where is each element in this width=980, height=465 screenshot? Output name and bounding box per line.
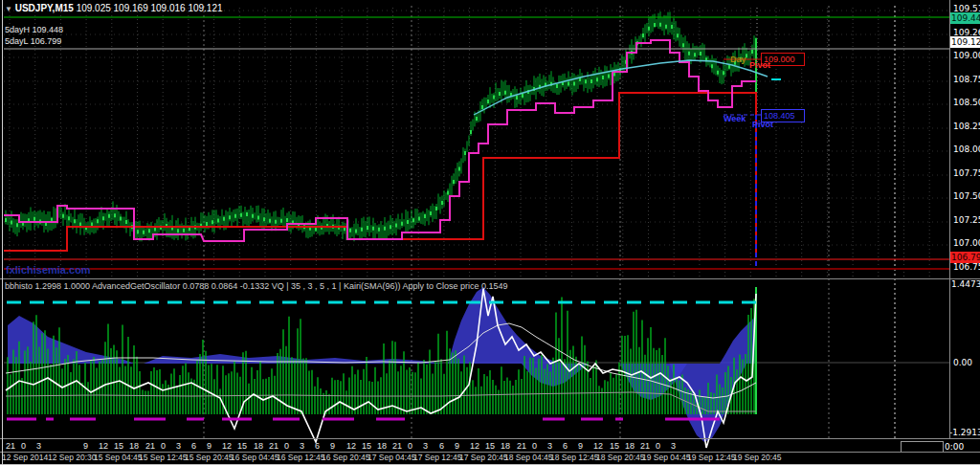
date-tick: 19 Sep 12:45 <box>687 453 736 462</box>
week-pivot-caption: Pivot <box>752 120 773 129</box>
date-tick: 12 Sep 20:30 <box>48 453 97 462</box>
date-tick: 15 Sep 12:45 <box>139 453 188 462</box>
hour-tick: 3 <box>671 441 676 451</box>
price-axis[interactable]: 109.510109.260109.005108.755108.505108.2… <box>950 0 980 438</box>
watermark: fxlichisemia.com <box>6 264 91 276</box>
hour-tick: 0 <box>532 441 537 451</box>
symbol-title: USDJPY,M15 <box>15 3 74 13</box>
axis-separator-mid <box>0 452 980 453</box>
price-tick: 108.755 <box>953 75 980 84</box>
price-tick: 107.000 <box>953 238 980 248</box>
date-tick: 18 Sep 12:45 <box>550 453 599 462</box>
hour-tick: 15 <box>610 441 619 451</box>
date-tick: 16 Sep 04:45 <box>231 453 279 462</box>
axis-separator-top <box>0 438 980 439</box>
date-tick: 17 Sep 12:45 <box>413 453 462 462</box>
hour-tick: 15 <box>362 441 371 451</box>
price-tick: 107.750 <box>953 168 980 178</box>
hour-tick: 9 <box>455 441 459 451</box>
hour-tick: 18 <box>129 441 139 451</box>
hour-tick: 12 <box>99 441 108 451</box>
hour-tick: 3 <box>423 441 428 451</box>
price-tick: 108.255 <box>953 122 980 131</box>
red-step-line <box>4 93 756 256</box>
hour-tick: 3 <box>36 441 41 451</box>
hour-tick: 18 <box>501 441 510 451</box>
hour-tick: 21 <box>269 441 278 451</box>
mt4-chart-window[interactable]: ▼ USDJPY,M15 109.025 109.169 109.016 109… <box>0 0 980 465</box>
date-tick: 16 Sep 12:45 <box>277 453 325 462</box>
price-tick: 109.005 <box>953 51 980 60</box>
date-tick: 19 Sep 04:45 <box>642 453 691 462</box>
hour-tick: 6 <box>563 441 568 451</box>
hour-tick: 12 <box>470 441 479 451</box>
price-tick: 107.500 <box>953 191 980 201</box>
green-histogram <box>8 297 754 414</box>
date-tick: 17 Sep 20:45 <box>459 453 508 462</box>
hour-tick: 0 <box>656 441 660 451</box>
hour-tick: 12 <box>593 441 603 451</box>
hour-tick: 9 <box>330 441 335 451</box>
date-tick: 18 Sep 04:45 <box>504 453 553 462</box>
price-tick: 108.505 <box>953 98 980 107</box>
hour-tick: 15 <box>114 441 123 451</box>
hour-tick: 12 <box>346 441 356 451</box>
hour-tick: 0 <box>21 441 26 451</box>
day-pivot-caption: Pivot <box>749 60 770 70</box>
date-tick: 19 Sep 20:45 <box>733 453 782 462</box>
symbol-dropdown-icon[interactable]: ▼ <box>5 5 12 13</box>
hour-tick: 0 <box>408 441 412 451</box>
hour-tick: 21 <box>640 441 650 451</box>
hour-tick: 21 <box>6 441 15 451</box>
hour-tick: 6 <box>191 441 196 451</box>
candlestick-series <box>6 11 756 241</box>
hour-tick: 0 <box>161 441 166 451</box>
hour-tick: 21 <box>517 441 526 451</box>
date-tick: 16 Sep 20:45 <box>322 453 370 462</box>
hour-tick: 9 <box>207 441 212 451</box>
hour-tick: 12 <box>222 441 232 451</box>
price-badge-low: 106.799 <box>950 252 980 263</box>
hour-tick: 3 <box>300 441 304 451</box>
hour-tick: 6 <box>315 441 320 451</box>
price-tick: 108.005 <box>953 144 980 154</box>
title-bar: ▼ USDJPY,M15 109.025 109.169 109.016 109… <box>5 3 223 13</box>
five-day-high-label: 5dayH 109.448 <box>5 25 63 34</box>
chart-canvas[interactable] <box>0 0 980 465</box>
hour-tick: 6 <box>439 441 444 451</box>
hour-tick: 0 <box>284 441 289 451</box>
hour-tick: 21 <box>392 441 402 451</box>
window-left-border <box>2 0 3 465</box>
date-tick: 15 Sep 04:45 <box>94 453 143 462</box>
hour-tick: 9 <box>83 441 88 451</box>
price-tick: 106.750 <box>953 262 980 272</box>
five-day-low-label: 5dayL 106.799 <box>5 36 61 46</box>
indicator-axis-top: 1.4473 <box>951 279 980 289</box>
date-tick: 15 Sep 20:45 <box>185 453 234 462</box>
date-tick: 17 Sep 04:45 <box>368 453 416 462</box>
hour-tick: 3 <box>176 441 181 451</box>
date-tick: 18 Sep 20:45 <box>596 453 645 462</box>
day-pivot-caption-prefix: Day <box>730 55 746 64</box>
price-axis-divider <box>949 0 950 438</box>
hour-tick: 3 <box>547 441 552 451</box>
hour-tick: 21 <box>145 441 155 451</box>
hour-tick: 15 <box>485 441 495 451</box>
hour-tick: 18 <box>625 441 635 451</box>
price-badge-high: 109.448 <box>950 12 980 24</box>
indicator-header: bbhisto 1.2998 1.0000 AdvancedGetOscilla… <box>5 281 508 291</box>
hour-tick: 18 <box>377 441 387 451</box>
hour-tick: 9 <box>578 441 583 451</box>
price-badge-current: 109.121 <box>950 36 980 48</box>
panel-splitter[interactable] <box>0 278 980 279</box>
price-tick: 107.250 <box>953 215 980 225</box>
date-tick: 12 Sep 2014 <box>2 453 48 462</box>
indicator-axis-bottom: -1.2913 <box>949 428 980 437</box>
time-axis-hours[interactable]: 2103912151821036912151821036912151821036… <box>0 441 980 452</box>
time-axis-dates[interactable]: 12 Sep 201412 Sep 20:3015 Sep 04:4515 Se… <box>0 453 980 464</box>
hour-tick: 18 <box>254 441 263 451</box>
week-pivot-caption-prefix: Week <box>724 114 746 123</box>
hour-tick: 15 <box>237 441 247 451</box>
ohlc-readout: 109.025 109.169 109.016 109.121 <box>77 3 223 13</box>
indicator-axis-zero: 0.00 <box>953 358 972 367</box>
